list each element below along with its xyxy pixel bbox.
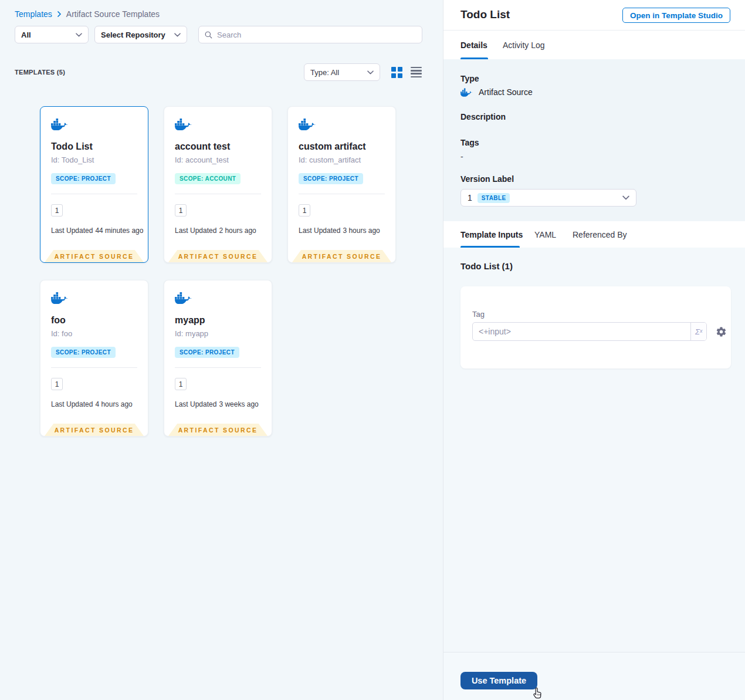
type-filter-dropdown[interactable]: Type: All	[304, 63, 380, 81]
details-tab-bar: Details Activity Log	[443, 31, 745, 59]
last-updated-value: 3 weeks ago	[219, 400, 258, 408]
card-id: Id: account_test	[175, 155, 229, 164]
scope-badge: SCOPE: PROJECT	[51, 347, 116, 358]
card-title: myapp	[175, 315, 205, 326]
chevron-down-icon	[367, 70, 374, 75]
scope-badge: SCOPE: PROJECT	[299, 173, 363, 184]
last-updated: Last Updated2 hours ago	[175, 226, 256, 235]
expression-sigma-button[interactable]: Σˣ	[690, 323, 706, 340]
artifact-source-ribbon: ARTIFACT SOURCE	[168, 424, 267, 436]
tab-details[interactable]: Details	[460, 31, 487, 59]
type-value-row: Artifact Source	[460, 87, 533, 97]
card-divider	[175, 367, 261, 368]
card-title: Todo List	[51, 141, 93, 152]
chevron-down-icon	[174, 33, 181, 37]
tag-settings-button[interactable]	[716, 326, 727, 337]
breadcrumb-templates-link[interactable]: Templates	[15, 9, 52, 19]
repository-filter-value: Select Repository	[101, 31, 165, 39]
search-input[interactable]	[217, 31, 416, 39]
last-updated-value: 3 hours ago	[343, 226, 380, 235]
last-updated-value: 4 hours ago	[95, 400, 132, 408]
card-id: Id: myapp	[175, 329, 208, 338]
list-view-icon[interactable]	[411, 67, 422, 78]
grid-view-icon[interactable]	[391, 67, 402, 78]
scope-badge: SCOPE: PROJECT	[175, 347, 239, 358]
template-card-account-test[interactable]: account test Id: account_test SCOPE: ACC…	[164, 106, 272, 263]
repository-filter-dropdown[interactable]: Select Repository	[94, 26, 187, 43]
templates-count-label: TEMPLATES (5)	[15, 69, 65, 76]
tab-activity-log[interactable]: Activity Log	[503, 31, 545, 59]
card-divider	[299, 194, 385, 194]
card-title: account test	[175, 141, 230, 152]
type-value: Artifact Source	[479, 87, 533, 97]
last-updated: Last Updated3 weeks ago	[175, 400, 259, 408]
last-updated-label: Last Updated	[51, 226, 93, 235]
docker-icon	[175, 119, 192, 130]
breadcrumb-chevron-icon	[56, 11, 62, 17]
card-id: Id: foo	[51, 329, 72, 338]
version-count-badge: 1	[175, 204, 187, 217]
tag-input-row: Σˣ	[472, 322, 727, 341]
card-divider	[51, 194, 137, 194]
last-updated-value: 2 hours ago	[219, 226, 256, 235]
artifact-source-ribbon: ARTIFACT SOURCE	[168, 250, 267, 262]
tab-template-inputs[interactable]: Template Inputs	[460, 221, 523, 248]
docker-icon	[175, 292, 192, 304]
tags-label: Tags	[460, 138, 479, 147]
gear-icon	[716, 326, 727, 337]
open-in-template-studio-button[interactable]: Open in Template Studio	[622, 8, 730, 23]
details-footer: Use Template	[443, 652, 745, 700]
template-card-myapp[interactable]: myapp Id: myapp SCOPE: PROJECT 1 Last Up…	[164, 280, 272, 437]
tag-label: Tag	[472, 310, 485, 319]
template-card-custom-artifact[interactable]: custom artifact Id: custom_artifact SCOP…	[287, 106, 396, 263]
last-updated: Last Updated44 minutes ago	[51, 226, 143, 235]
tab-yaml[interactable]: YAML	[534, 221, 556, 248]
template-card-todo-list[interactable]: Todo List Id: Todo_List SCOPE: PROJECT 1…	[40, 106, 148, 263]
breadcrumb-current: Artifact Source Templates	[66, 9, 160, 19]
inputs-card: Tag Σˣ	[460, 286, 731, 368]
last-updated-label: Last Updated	[175, 226, 216, 235]
type-label: Type	[460, 74, 479, 83]
stable-badge: STABLE	[478, 193, 510, 203]
last-updated-label: Last Updated	[51, 400, 93, 408]
artifact-source-ribbon: ARTIFACT SOURCE	[292, 250, 391, 262]
template-list-panel: Templates Artifact Source Templates All …	[0, 0, 443, 700]
tab-referenced-by[interactable]: Referenced By	[573, 221, 627, 248]
details-header: Todo List Open in Template Studio	[443, 0, 745, 31]
version-count-badge: 1	[51, 204, 63, 217]
docker-icon	[460, 88, 473, 97]
scope-filter-dropdown[interactable]: All	[15, 26, 89, 43]
use-template-button[interactable]: Use Template	[460, 672, 537, 689]
card-title: foo	[51, 315, 66, 326]
type-filter-value: Type: All	[310, 68, 339, 77]
tags-value: -	[460, 152, 463, 161]
filter-row: All Select Repository	[15, 26, 422, 43]
search-box	[198, 26, 422, 43]
chevron-down-icon	[622, 195, 629, 200]
version-label: Version Label	[460, 174, 514, 184]
docker-icon	[51, 119, 69, 130]
list-header: TEMPLATES (5) Type: All	[15, 63, 422, 81]
template-details-panel: Todo List Open in Template Studio Detail…	[443, 0, 745, 700]
card-divider	[175, 194, 261, 194]
chevron-down-icon	[76, 33, 82, 37]
scope-filter-value: All	[21, 31, 31, 39]
templates-page: Templates Artifact Source Templates All …	[0, 0, 745, 700]
breadcrumb: Templates Artifact Source Templates	[15, 9, 160, 19]
tag-input[interactable]	[473, 323, 690, 340]
docker-icon	[299, 119, 316, 130]
inputs-heading: Todo List (1)	[460, 261, 513, 271]
card-title: custom artifact	[299, 141, 366, 152]
last-updated-label: Last Updated	[299, 226, 340, 235]
template-card-foo[interactable]: foo Id: foo SCOPE: PROJECT 1 Last Update…	[40, 280, 148, 437]
last-updated: Last Updated4 hours ago	[51, 400, 133, 408]
version-label-dropdown[interactable]: 1 STABLE	[460, 189, 636, 207]
version-count-badge: 1	[175, 378, 187, 390]
panel-title: Todo List	[460, 8, 510, 21]
scope-badge: SCOPE: ACCOUNT	[175, 173, 241, 184]
inner-tab-bar: Template Inputs YAML Referenced By	[443, 221, 745, 248]
view-toggles	[391, 67, 422, 78]
last-updated-value: 44 minutes ago	[95, 226, 143, 235]
last-updated-label: Last Updated	[175, 400, 216, 408]
last-updated: Last Updated3 hours ago	[299, 226, 380, 235]
